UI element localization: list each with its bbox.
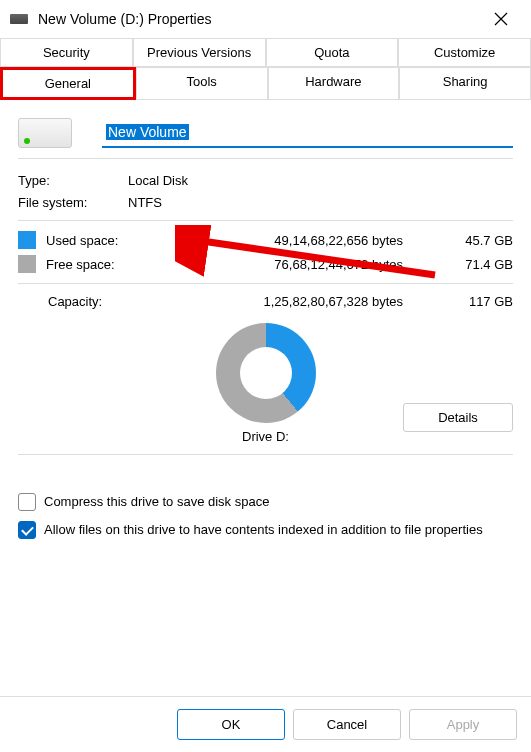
free-space-bytes: 76,68,12,44,672 bytes bbox=[166, 257, 443, 272]
free-space-swatch bbox=[18, 255, 36, 273]
divider bbox=[18, 220, 513, 221]
index-label: Allow files on this drive to have conten… bbox=[44, 521, 483, 539]
tab-hardware[interactable]: Hardware bbox=[268, 67, 400, 100]
divider bbox=[18, 158, 513, 159]
tab-general[interactable]: General bbox=[0, 67, 136, 100]
tab-customize[interactable]: Customize bbox=[398, 38, 531, 67]
drive-icon bbox=[18, 118, 72, 148]
volume-name-input[interactable]: New Volume bbox=[102, 118, 513, 148]
dialog-footer: OK Cancel Apply bbox=[0, 696, 531, 752]
tab-security[interactable]: Security bbox=[0, 38, 133, 67]
compress-label: Compress this drive to save disk space bbox=[44, 493, 269, 511]
index-checkbox[interactable] bbox=[18, 521, 36, 539]
compress-checkbox[interactable] bbox=[18, 493, 36, 511]
divider bbox=[18, 454, 513, 455]
compress-checkbox-row[interactable]: Compress this drive to save disk space bbox=[18, 493, 513, 511]
divider bbox=[18, 283, 513, 284]
ok-button[interactable]: OK bbox=[177, 709, 285, 740]
tab-quota[interactable]: Quota bbox=[266, 38, 399, 67]
free-space-gb: 71.4 GB bbox=[443, 257, 513, 272]
tab-tools[interactable]: Tools bbox=[136, 67, 268, 100]
close-icon bbox=[494, 12, 508, 26]
filesystem-label: File system: bbox=[18, 195, 128, 210]
used-space-bytes: 49,14,68,22,656 bytes bbox=[166, 233, 443, 248]
tab-content-general: New Volume Type: Local Disk File system:… bbox=[0, 100, 531, 559]
type-value: Local Disk bbox=[128, 173, 188, 188]
tab-previous-versions[interactable]: Previous Versions bbox=[133, 38, 266, 67]
apply-button: Apply bbox=[409, 709, 517, 740]
space-donut-chart bbox=[216, 323, 316, 423]
capacity-label: Capacity: bbox=[18, 294, 166, 309]
used-space-label: Used space: bbox=[46, 233, 166, 248]
capacity-gb: 117 GB bbox=[443, 294, 513, 309]
cancel-button[interactable]: Cancel bbox=[293, 709, 401, 740]
window-title: New Volume (D:) Properties bbox=[38, 11, 481, 27]
used-space-swatch bbox=[18, 231, 36, 249]
index-checkbox-row[interactable]: Allow files on this drive to have conten… bbox=[18, 521, 513, 539]
tab-sharing[interactable]: Sharing bbox=[399, 67, 531, 100]
close-button[interactable] bbox=[481, 4, 521, 34]
filesystem-value: NTFS bbox=[128, 195, 162, 210]
type-label: Type: bbox=[18, 173, 128, 188]
used-space-gb: 45.7 GB bbox=[443, 233, 513, 248]
tab-strip: Security Previous Versions Quota Customi… bbox=[0, 38, 531, 100]
details-button[interactable]: Details bbox=[403, 403, 513, 432]
capacity-bytes: 1,25,82,80,67,328 bytes bbox=[166, 294, 443, 309]
drive-small-icon bbox=[10, 14, 28, 24]
titlebar: New Volume (D:) Properties bbox=[0, 0, 531, 38]
free-space-label: Free space: bbox=[46, 257, 166, 272]
